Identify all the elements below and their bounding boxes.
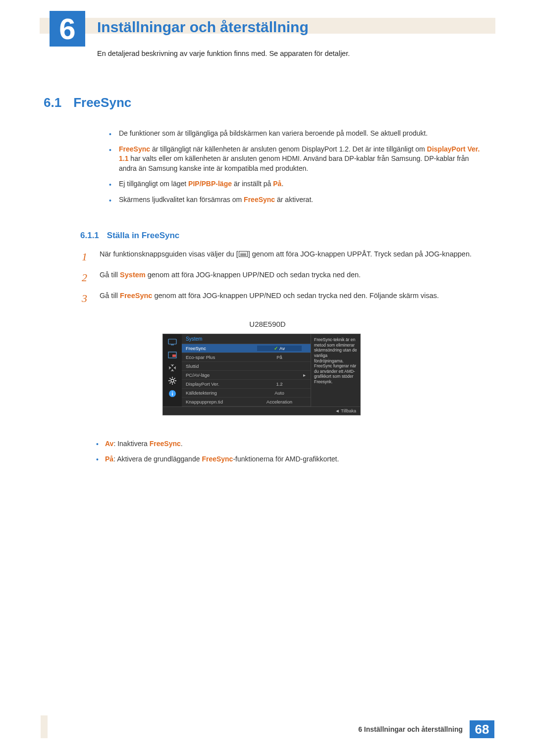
text: Gå till [100,271,120,279]
spacer [302,363,307,369]
osd-side-description: FreeSync-teknik är en metod som eliminer… [311,334,360,406]
text: är inställt på [232,180,273,188]
step-item: 1 När funktionsknappsguiden visas väljer… [82,249,485,265]
text: är tillgängligt när källenheten är anslu… [150,145,427,153]
step-list: 1 När funktionsknappsguiden visas väljer… [82,249,485,311]
osd-row-label: FreeSync [186,346,257,351]
svg-point-4 [171,379,174,382]
osd-row-value: 1.2 [257,381,302,387]
subsection-title: Ställa in FreeSync [107,231,179,241]
text-highlight: På [273,180,281,188]
osd-row-label: Sluttid [186,363,257,369]
osd-screenshot: System FreeSync✓Av Eco-spar PlusPå Slutt… [162,334,361,415]
step-text: Gå till System genom att föra JOG-knappe… [100,269,485,286]
osd-row: PC/AV-läge▸ [182,371,311,380]
spacer [302,390,307,396]
page-footer: 6 Inställningar och återställning 68 [351,720,494,738]
chapter-number-box: 6 [50,11,85,47]
text: Ej tillgängligt om läget [119,180,188,188]
text: är aktiverat. [275,196,313,203]
section-title: FreeSync [73,95,131,110]
note-item: Skärmens ljudkvalitet kan försämras om F… [109,195,485,205]
step-number: 3 [82,290,93,307]
section-number: 6.1 [44,95,61,110]
text-highlight: FreeSync [119,145,150,153]
osd-row-label: Eco-spar Plus [186,354,257,360]
option-item: På: Aktivera de grundläggande FreeSync-f… [94,454,485,464]
osd-row-label: PC/AV-läge [186,372,257,378]
svg-rect-0 [168,339,176,344]
spacer [302,346,307,351]
text-highlight: FreeSync [120,292,152,300]
text-highlight: FreeSync [150,440,181,448]
osd-header: System [182,334,311,344]
chapter-description: En detaljerad beskrivning av varje funkt… [97,50,485,57]
text: genom att föra JOG-knappen UPP/NED och s… [146,271,361,279]
text: När funktionsknappsguiden visas väljer d… [100,250,238,258]
osd-row: DisplayPort Ver.1.2 [182,380,311,389]
osd-row: KälldetekteringAuto [182,389,311,398]
text-highlight: PIP/PBP-läge [188,180,232,188]
osd-icon-column [163,334,182,406]
text-highlight: På [105,455,113,463]
osd-row: Knappupprepn.tidAcceleration [182,398,311,406]
text: Skärmens ljudkvalitet kan försämras om [119,196,244,203]
text: Gå till [100,292,120,300]
text: -funktionerna för AMD-grafikkortet. [233,455,339,463]
step-item: 2 Gå till System genom att föra JOG-knap… [82,269,485,286]
osd-rows: FreeSync✓Av Eco-spar PlusPå Sluttid PC/A… [182,344,311,406]
text-highlight: FreeSync [244,196,275,203]
text: . [181,440,183,448]
osd-row-value: Acceleration [257,399,302,404]
check-icon: ✓ [274,346,278,351]
chapter-title: Inställningar och återställning [97,19,309,36]
triangle-left-icon: ◄ [335,408,339,413]
osd-footer: ◄Tillbaka [163,406,360,415]
osd-row: FreeSync✓Av [182,344,311,353]
osd-row-label: DisplayPort Ver. [186,381,257,387]
text-highlight: FreeSync [202,455,233,463]
osd-row-value: Auto [257,390,302,396]
osd-row-value: ✓Av [257,346,302,351]
spacer [302,381,307,387]
spacer [302,399,307,404]
step-text: När funktionsknappsguiden visas väljer d… [100,249,485,265]
svg-rect-7 [172,392,173,393]
option-item: Av: Inaktivera FreeSync. [94,439,485,449]
option-list: Av: Inaktivera FreeSync. På: Aktivera de… [94,439,485,469]
note-item: FreeSync är tillgängligt när källenheten… [109,145,485,174]
resize-icon [167,363,178,373]
osd-row-value: På [257,354,302,360]
osd-row: Eco-spar PlusPå [182,353,311,362]
text-highlight: Av [105,440,113,448]
note-item: Ej tillgängligt om läget PIP/PBP-läge är… [109,179,485,189]
footer-page-number: 68 [470,720,494,738]
osd-row-label: Knappupprepn.tid [186,399,257,404]
osd-row: Sluttid [182,362,311,371]
text: . [281,180,283,188]
note-list: De funktioner som är tillgängliga på bil… [109,129,485,211]
svg-rect-3 [172,354,176,357]
pip-icon [167,350,178,360]
step-number: 1 [82,249,93,265]
footer-left-accent [41,715,48,738]
text: har valts eller om källenheten är anslut… [119,154,469,172]
text: : Inaktivera [113,440,149,448]
gear-icon [167,376,178,386]
monitor-icon [167,337,178,347]
text: genom att föra JOG-knappen UPP/NED och s… [152,292,439,300]
footer-chapter-label: 6 Inställningar och återställning [351,720,470,738]
model-label: U28E590D [0,320,535,328]
text: : Aktivera de grundläggande [113,455,202,463]
svg-rect-1 [171,345,174,345]
svg-rect-6 [172,393,173,396]
menu-icon [239,251,248,257]
text: ] genom att föra JOG-knappen UPPÅT. Tryc… [248,250,472,258]
step-number: 2 [82,269,93,286]
step-item: 3 Gå till FreeSync genom att föra JOG-kn… [82,290,485,307]
note-item: De funktioner som är tillgängliga på bil… [109,129,485,139]
subsection-number: 6.1.1 [80,231,99,241]
osd-footer-label: Tillbaka [341,408,356,413]
chevron-right-icon: ▸ [302,372,307,378]
osd-row-label: Källdetektering [186,390,257,396]
